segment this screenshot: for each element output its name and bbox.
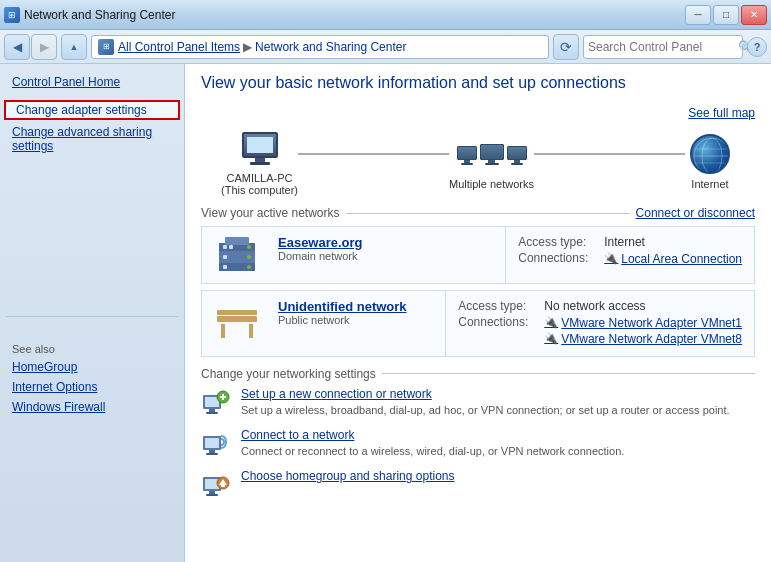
monitor-stand xyxy=(255,158,265,162)
vmnet1-link[interactable]: 🔌 VMware Network Adapter VMnet1 xyxy=(544,316,742,330)
svg-rect-26 xyxy=(209,450,215,453)
vmnet8-link[interactable]: 🔌 VMware Network Adapter VMnet8 xyxy=(544,332,742,346)
network-node-pc: CAMILLA-PC (This computer) xyxy=(221,128,298,196)
pc-small-2 xyxy=(480,144,504,165)
globe-icon xyxy=(685,134,735,174)
setup-icon-graphic xyxy=(201,387,231,417)
unidentified-access-row: Access type: No network access xyxy=(458,299,742,313)
easeware-details: Access type: Internet Connections: 🔌 Loc… xyxy=(505,227,754,283)
sidebar-change-adapter[interactable]: Change adapter settings xyxy=(4,100,180,120)
help-button[interactable]: ? xyxy=(747,37,767,57)
breadcrumb-item-1[interactable]: All Control Panel Items xyxy=(118,40,240,54)
svg-rect-12 xyxy=(223,255,227,259)
network-line-2 xyxy=(534,153,685,155)
unidentified-conn-row: Connections: 🔌 VMware Network Adapter VM… xyxy=(458,315,742,346)
change-item-3: Choose homegroup and sharing options xyxy=(201,469,755,499)
sidebar-change-advanced[interactable]: Change advanced sharing settings xyxy=(0,122,184,156)
network-card-unidentified: Unidentified network Public network Acce… xyxy=(201,290,755,357)
svg-rect-30 xyxy=(209,491,215,494)
easeware-conn-row: Connections: 🔌 Local Area Connection xyxy=(518,251,742,266)
svg-rect-15 xyxy=(247,265,251,269)
breadcrumb-icon: ⊞ xyxy=(98,39,114,55)
svg-rect-14 xyxy=(223,265,227,269)
content-inner: View your basic network information and … xyxy=(185,64,771,519)
connect-network-link[interactable]: Connect to a network xyxy=(241,428,755,442)
pc-icon xyxy=(235,128,285,168)
easeware-info: Easeware.org Domain network xyxy=(272,227,505,283)
sidebar-control-panel-home[interactable]: Control Panel Home xyxy=(0,72,184,92)
breadcrumb-separator: ▶ xyxy=(243,40,252,54)
unidentified-name[interactable]: Unidentified network xyxy=(278,299,439,314)
change-item-1-text: Set up a new connection or network Set u… xyxy=(241,387,755,418)
svg-rect-10 xyxy=(229,245,233,249)
unidentified-access-label: Access type: xyxy=(458,299,538,313)
change-item-2-text: Connect to a network Connect or reconnec… xyxy=(241,428,755,459)
globe-graphic xyxy=(690,134,730,174)
svg-rect-25 xyxy=(205,438,219,448)
connect-network-icon xyxy=(201,428,231,458)
forward-button[interactable]: ▶ xyxy=(31,34,57,60)
svg-rect-9 xyxy=(223,245,227,249)
refresh-button[interactable]: ⟳ xyxy=(553,34,579,60)
sidebar-windows-firewall[interactable]: Windows Firewall xyxy=(0,397,184,417)
unidentified-info: Unidentified network Public network xyxy=(272,291,445,356)
unidentified-type: Public network xyxy=(278,314,439,326)
homegroup-options-link[interactable]: Choose homegroup and sharing options xyxy=(241,469,755,483)
easeware-conn-link[interactable]: 🔌 Local Area Connection xyxy=(604,252,742,266)
connect-icon-graphic xyxy=(201,428,231,458)
network-node-internet: Internet xyxy=(685,134,735,190)
window-icon: ⊞ xyxy=(4,7,20,23)
minimize-button[interactable]: ─ xyxy=(685,5,711,25)
setup-connection-desc: Set up a wireless, broadband, dial-up, a… xyxy=(241,404,730,416)
maximize-button[interactable]: □ xyxy=(713,5,739,25)
sidebar-homegroup[interactable]: HomeGroup xyxy=(0,357,184,377)
easeware-access-label: Access type: xyxy=(518,235,598,249)
connect-disconnect-link[interactable]: Connect or disconnect xyxy=(636,206,755,220)
bench-leg-left xyxy=(221,324,225,338)
window-controls: ─ □ ✕ xyxy=(685,5,767,25)
monitor-base xyxy=(250,162,270,165)
main-layout: Control Panel Home Change adapter settin… xyxy=(0,64,771,562)
page-title: View your basic network information and … xyxy=(201,74,755,92)
search-input[interactable] xyxy=(588,40,738,54)
active-networks-header: View your active networks Connect or dis… xyxy=(201,206,755,220)
active-networks-title: View your active networks xyxy=(201,206,340,220)
change-item-1: Set up a new connection or network Set u… xyxy=(201,387,755,418)
pc-small-3 xyxy=(507,146,527,165)
multiple-networks-label: Multiple networks xyxy=(449,178,534,190)
up-button[interactable]: ▲ xyxy=(61,34,87,60)
svg-rect-33 xyxy=(221,483,225,487)
easeware-type: Domain network xyxy=(278,250,499,262)
sidebar-internet-options[interactable]: Internet Options xyxy=(0,377,184,397)
multiple-networks-icon xyxy=(467,134,517,174)
globe-svg xyxy=(692,136,730,174)
network-card-easeware: Easeware.org Domain network Access type:… xyxy=(201,226,755,284)
breadcrumb: ⊞ All Control Panel Items ▶ Network and … xyxy=(91,35,549,59)
svg-rect-31 xyxy=(206,494,218,496)
unidentified-icon xyxy=(202,291,272,356)
bench-leg-right xyxy=(249,324,253,338)
change-settings-title: Change your networking settings xyxy=(201,367,376,381)
svg-rect-16 xyxy=(225,237,249,245)
easeware-icon xyxy=(202,227,272,283)
change-item-2: Connect to a network Connect or reconnec… xyxy=(201,428,755,459)
svg-rect-11 xyxy=(247,245,251,249)
easeware-access-row: Access type: Internet xyxy=(518,235,742,249)
section-line-2 xyxy=(382,373,755,374)
network-diagram: CAMILLA-PC (This computer) xyxy=(201,128,755,196)
svg-rect-19 xyxy=(209,409,215,412)
unidentified-details: Access type: No network access Connectio… xyxy=(445,291,754,356)
pc-small-1 xyxy=(457,146,477,165)
back-button[interactable]: ◀ xyxy=(4,34,30,60)
easeware-name[interactable]: Easeware.org xyxy=(278,235,499,250)
change-settings-header: Change your networking settings xyxy=(201,367,755,381)
bench-back xyxy=(217,310,257,315)
close-button[interactable]: ✕ xyxy=(741,5,767,25)
sidebar: Control Panel Home Change adapter settin… xyxy=(0,64,185,562)
monitor-screen xyxy=(247,137,273,153)
setup-connection-link[interactable]: Set up a new connection or network xyxy=(241,387,755,401)
nav-arrows: ◀ ▶ xyxy=(4,34,57,60)
network-node-multiple: Multiple networks xyxy=(449,134,534,190)
see-full-map-link[interactable]: See full map xyxy=(201,106,755,120)
network-line-1 xyxy=(298,153,449,155)
